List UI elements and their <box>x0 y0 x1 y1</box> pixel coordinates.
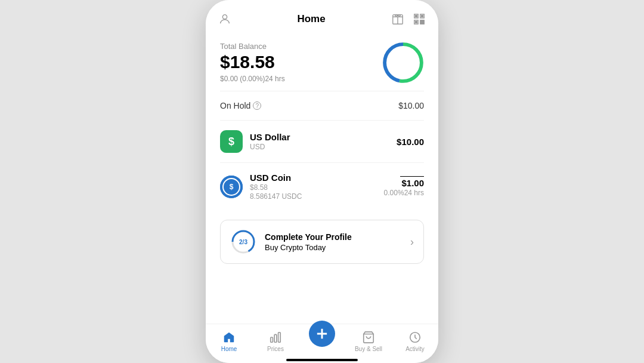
svg-text:$: $ <box>230 183 234 191</box>
chevron-right-icon: › <box>410 236 414 248</box>
content: Total Balance $18.58 $0.00 (0.00%)24 hrs… <box>206 32 438 324</box>
plus-icon <box>309 321 335 347</box>
svg-rect-13 <box>422 23 424 24</box>
usdc-sub: 8.586147 USDC <box>250 192 302 201</box>
phone-frame: Home <box>206 0 438 363</box>
usd-icon: $ <box>220 130 243 153</box>
svg-rect-23 <box>274 334 277 342</box>
usdc-name: USD Coin <box>250 173 302 183</box>
on-hold-label: On Hold ? <box>220 101 261 110</box>
bottom-nav: Home Prices <box>206 324 438 359</box>
svg-rect-6 <box>416 16 417 17</box>
nav-item-add[interactable] <box>299 328 345 355</box>
balance-change: $0.00 (0.00%)24 hrs <box>220 75 285 83</box>
svg-rect-8 <box>416 21 417 23</box>
profile-card[interactable]: 2/3 Complete Your Profile Buy Crypto Tod… <box>220 220 424 264</box>
balance-amount: $18.58 <box>220 52 285 72</box>
divider-1 <box>220 91 424 91</box>
asset-left-usd: $ US Dollar USD <box>220 130 290 153</box>
asset-details-usd: US Dollar USD <box>250 132 290 151</box>
usd-value: $10.00 <box>397 137 424 147</box>
usdc-change: 0.00%24 hrs <box>384 189 424 197</box>
asset-row-usdc[interactable]: $ USD Coin $8.58 8.586147 USDC $1.00 0.0… <box>220 165 424 208</box>
home-indicator <box>206 359 438 363</box>
gift-icon[interactable] <box>391 12 405 26</box>
svg-rect-24 <box>278 333 281 343</box>
on-hold-row: On Hold ? $10.00 <box>220 94 424 118</box>
header: Home <box>206 7 438 32</box>
usdc-value-line <box>400 176 424 177</box>
nav-item-home[interactable]: Home <box>206 328 252 355</box>
svg-rect-12 <box>420 23 422 24</box>
status-bar <box>206 0 438 7</box>
donut-chart <box>382 42 424 84</box>
nav-item-prices[interactable]: Prices <box>252 328 299 355</box>
page-title: Home <box>297 13 325 25</box>
asset-right-usd: $10.00 <box>397 137 424 147</box>
progress-label: 2/3 <box>239 239 247 245</box>
usd-name: US Dollar <box>250 132 290 142</box>
nav-label-buy-sell: Buy & Sell <box>355 346 382 352</box>
svg-rect-11 <box>422 20 424 22</box>
profile-icon[interactable] <box>218 12 232 26</box>
asset-details-usdc: USD Coin $8.58 8.586147 USDC <box>250 173 302 201</box>
profile-progress: 2/3 <box>230 229 256 255</box>
asset-right-usdc: $1.00 0.00%24 hrs <box>384 176 424 197</box>
clock-icon <box>408 330 422 344</box>
cart-icon <box>361 330 376 344</box>
asset-row-usd[interactable]: $ US Dollar USD $10.00 <box>220 123 424 160</box>
nav-item-activity[interactable]: Activity <box>392 328 438 355</box>
nav-label-prices: Prices <box>267 346 284 352</box>
profile-title: Complete Your Profile <box>265 232 402 242</box>
nav-item-buy-sell[interactable]: Buy & Sell <box>345 328 392 355</box>
divider-2 <box>220 120 424 121</box>
usd-ticker: USD <box>250 143 290 151</box>
svg-point-0 <box>222 15 227 19</box>
on-hold-value: $10.00 <box>398 101 424 110</box>
balance-section: Total Balance $18.58 $0.00 (0.00%)24 hrs <box>220 32 424 88</box>
qr-icon[interactable] <box>412 12 426 26</box>
nav-label-activity: Activity <box>405 346 425 352</box>
profile-text: Complete Your Profile Buy Crypto Today <box>265 232 402 252</box>
info-icon[interactable]: ? <box>253 101 261 110</box>
profile-subtitle: Buy Crypto Today <box>265 243 402 252</box>
header-icons <box>391 12 426 26</box>
usdc-value: $1.00 <box>384 178 424 188</box>
balance-label: Total Balance <box>220 42 285 51</box>
usdc-icon: $ <box>220 176 243 198</box>
balance-info: Total Balance $18.58 $0.00 (0.00%)24 hrs <box>220 42 285 83</box>
usdc-amount: $8.58 <box>250 183 302 192</box>
nav-label-home: Home <box>221 346 237 352</box>
svg-rect-10 <box>420 20 422 22</box>
home-bar <box>286 359 358 361</box>
svg-rect-22 <box>271 337 273 342</box>
divider-3 <box>220 162 424 163</box>
svg-rect-7 <box>422 16 423 17</box>
bar-chart-icon <box>268 330 283 344</box>
home-icon <box>222 330 236 344</box>
asset-left-usdc: $ USD Coin $8.58 8.586147 USDC <box>220 173 302 201</box>
